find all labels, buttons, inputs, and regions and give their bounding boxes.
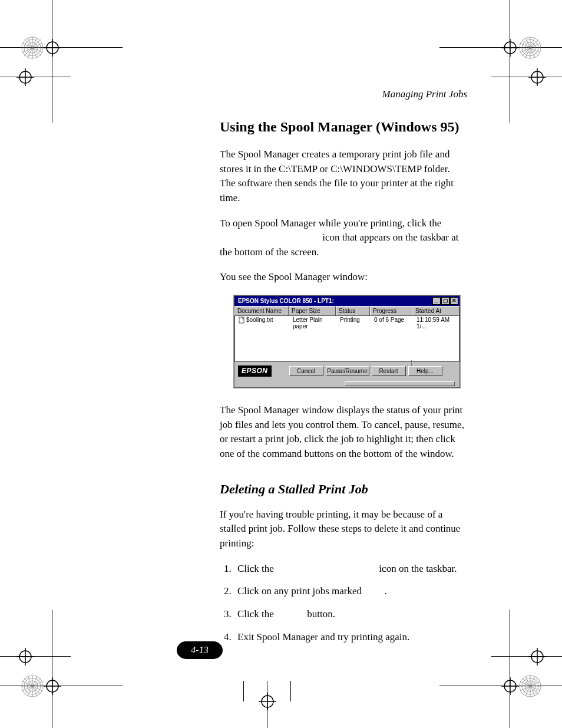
cell-progress: 0 of 6 Page (372, 317, 414, 361)
spool-manager-window: EPSON Stylus COLOR 850 - LPT1: _ ▢ ✕ Doc… (234, 295, 460, 388)
text-fragment: Click the (237, 608, 274, 620)
crop-line (0, 656, 71, 657)
crop-line (439, 47, 562, 48)
page-content: Managing Print Jobs Using the Spool Mana… (220, 88, 467, 653)
crop-line (0, 77, 71, 77)
col-progress[interactable]: Progress (370, 306, 412, 316)
restart-button[interactable]: Restart (372, 366, 406, 376)
paragraph: You see the Spool Manager window: (220, 270, 467, 285)
list-item: Click on any print jobs marked . (234, 584, 467, 599)
col-document-name[interactable]: Document Name (234, 306, 289, 316)
cancel-button[interactable]: Cancel (289, 366, 323, 376)
sunburst-mark-icon (21, 675, 44, 697)
register-mark-icon (528, 648, 546, 666)
text-fragment: . (385, 585, 387, 597)
register-mark-icon (528, 68, 546, 86)
step-list: Click the icon on the taskbar. Click on … (220, 562, 467, 645)
text-fragment: icon that appears on the taskbar at the … (220, 232, 459, 258)
sunburst-mark-icon (519, 37, 541, 59)
text-fragment: button. (307, 608, 335, 620)
window-titlebar: EPSON Stylus COLOR 850 - LPT1: _ ▢ ✕ (234, 296, 459, 306)
crop-line (52, 0, 52, 123)
crop-line (439, 686, 562, 686)
cell-status: Printing (338, 317, 372, 361)
pause-resume-button[interactable]: Pause/Resume (326, 366, 369, 376)
cell-paper-size: Letter Plain paper (290, 317, 338, 361)
close-icon[interactable]: ✕ (450, 297, 458, 305)
running-head: Managing Print Jobs (220, 88, 467, 100)
crop-line (52, 610, 52, 728)
subsection-title: Deleting a Stalled Print Job (220, 482, 467, 497)
col-started-at[interactable]: Started At (412, 306, 459, 316)
page-number: 4-13 (177, 641, 223, 659)
register-mark-icon (44, 677, 61, 695)
register-mark-icon (501, 39, 519, 57)
callout-tick (411, 360, 412, 366)
crop-line (0, 686, 123, 686)
text-fragment: icon on the taskbar. (379, 563, 457, 574)
paragraph: The Spool Manager window displays the st… (220, 403, 467, 462)
col-status[interactable]: Status (336, 306, 370, 316)
text-fragment: Click the (237, 563, 274, 574)
list-item: Click the icon on the taskbar. (234, 562, 467, 577)
section-title: Using the Spool Manager (Windows 95) (220, 118, 467, 136)
job-list[interactable]: $ooling.txt Letter Plain paper Printing … (234, 316, 459, 362)
window-title: EPSON Stylus COLOR 850 - LPT1: (238, 298, 334, 304)
register-mark-icon (501, 677, 519, 695)
list-item: Click the button. (234, 607, 467, 622)
maximize-icon[interactable]: ▢ (441, 297, 449, 305)
minimize-icon[interactable]: _ (432, 297, 441, 305)
crop-line (290, 681, 291, 701)
help-button[interactable]: Help... (408, 366, 442, 376)
crop-line (0, 47, 123, 48)
cell-text: $ooling.txt (246, 317, 273, 323)
paragraph: The Spool Manager creates a temporary pr… (220, 147, 467, 206)
list-item: Exit Spool Manager and try printing agai… (234, 630, 467, 645)
crop-line (243, 681, 244, 701)
register-mark-icon (259, 693, 276, 710)
sunburst-mark-icon (21, 37, 44, 59)
window-bottom-bar: EPSON Cancel Pause/Resume Restart Help..… (234, 362, 459, 381)
crop-line (491, 77, 562, 77)
register-mark-icon (16, 648, 34, 666)
crop-line (510, 0, 510, 123)
paragraph: If you're having trouble printing, it ma… (220, 508, 467, 551)
status-bar (234, 381, 455, 387)
crop-line (510, 610, 510, 728)
document-icon (239, 317, 245, 324)
crop-line (491, 656, 562, 657)
epson-logo: EPSON (238, 365, 272, 377)
text-fragment: Click on any print jobs marked (237, 585, 362, 597)
sunburst-mark-icon (519, 675, 541, 697)
paragraph: To open Spool Manager while you're print… (220, 216, 467, 260)
text-fragment: To open Spool Manager while you're print… (220, 218, 441, 229)
cell-started-at: 11:10:59 AM 1/... (414, 317, 459, 361)
register-mark-icon (44, 39, 61, 57)
register-mark-icon (16, 68, 34, 86)
cell-document-name[interactable]: $ooling.txt (236, 317, 290, 361)
col-paper-size[interactable]: Paper Size (289, 306, 336, 316)
column-headers: Document Name Paper Size Status Progress… (234, 306, 459, 316)
